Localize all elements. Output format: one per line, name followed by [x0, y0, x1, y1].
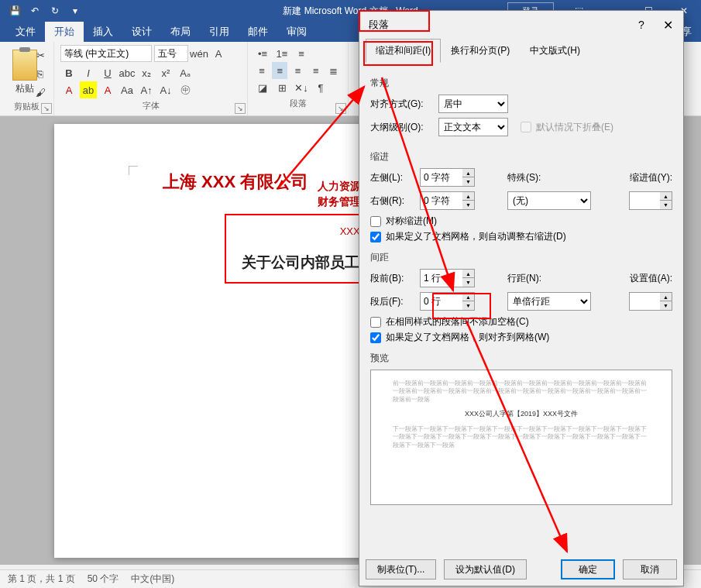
menu-home[interactable]: 开始: [45, 22, 84, 42]
label-indent-val: 缩进值(Y):: [629, 171, 672, 184]
preview-gray-before: 前一段落前一段落前一段落前一段落前一段落前一段落前一段落前一段落前一段落前一段落…: [393, 380, 650, 404]
left-indent-up[interactable]: ▲: [462, 169, 474, 177]
menu-file[interactable]: 文件: [6, 22, 45, 42]
paragraph-dialog: 段落 ? ✕ 缩进和间距(I) 换行和分页(P) 中文版式(H) 常规 对齐方式…: [359, 10, 684, 586]
set-default-button[interactable]: 设为默认值(D): [444, 559, 527, 579]
menu-references[interactable]: 引用: [200, 22, 239, 42]
align-justify-icon[interactable]: ≡: [308, 62, 324, 79]
alignment-select[interactable]: 居中: [438, 95, 508, 113]
distribute-icon[interactable]: ≣: [326, 62, 342, 79]
strikethrough-icon[interactable]: abc: [119, 64, 136, 81]
sort-icon[interactable]: ✕↓: [293, 79, 310, 96]
align-center-icon[interactable]: ≡: [272, 62, 287, 79]
tab-cn-layout[interactable]: 中文版式(H): [520, 39, 590, 63]
status-page[interactable]: 第 1 页，共 1 页: [8, 573, 75, 586]
grow-font-icon[interactable]: A↑: [138, 81, 155, 98]
qat-more-icon[interactable]: ▾: [67, 2, 84, 19]
font-effects-icon[interactable]: A: [60, 81, 77, 98]
label-after: 段后(F):: [370, 295, 414, 308]
menu-insert[interactable]: 插入: [84, 22, 122, 42]
ok-button[interactable]: 确定: [561, 559, 615, 579]
setting-down[interactable]: ▼: [660, 301, 672, 310]
line-spacing-select[interactable]: 单倍行距: [507, 292, 591, 311]
shading-icon[interactable]: ◪: [254, 79, 271, 96]
left-indent-input[interactable]: [420, 168, 462, 187]
tabs-button[interactable]: 制表位(T)...: [366, 559, 436, 579]
right-indent-input[interactable]: [420, 191, 462, 210]
underline-icon[interactable]: U: [99, 64, 116, 81]
show-marks-icon[interactable]: ¶: [312, 79, 329, 96]
no-space-label: 在相同样式的段落间不添加空格(C): [386, 315, 529, 328]
menu-review[interactable]: 审阅: [277, 22, 316, 42]
enclose-char-icon[interactable]: ㊥: [177, 81, 194, 98]
mirror-checkbox[interactable]: [370, 216, 381, 227]
bullet-list-icon[interactable]: •≡: [254, 45, 271, 62]
copy-icon[interactable]: ⎘: [32, 65, 49, 82]
italic-icon[interactable]: I: [80, 64, 97, 81]
font-size-input[interactable]: [154, 45, 188, 62]
cut-icon[interactable]: ✂: [32, 46, 49, 64]
setting-input[interactable]: [629, 292, 660, 311]
before-input[interactable]: [420, 269, 462, 287]
format-painter-icon[interactable]: 🖌: [32, 84, 49, 101]
align-left-icon[interactable]: ≡: [254, 62, 270, 79]
indent-val-up[interactable]: ▲: [660, 192, 672, 201]
number-list-icon[interactable]: 1≡: [273, 45, 290, 62]
ribbon-group-paragraph: •≡ 1≡ ≡ ≡ ≡ ≡ ≡ ≣ ◪ ⊞ ✕↓ ¶ 段落 ↘: [248, 42, 349, 115]
special-select[interactable]: (无): [507, 191, 591, 210]
font-name-input[interactable]: [60, 45, 152, 62]
save-icon[interactable]: 💾: [6, 2, 23, 19]
clipboard-expand-icon[interactable]: ↘: [41, 103, 52, 114]
highlight-icon[interactable]: ab: [80, 81, 97, 98]
undo-icon[interactable]: ↶: [26, 2, 43, 19]
char-border-icon[interactable]: A: [210, 45, 227, 62]
font-expand-icon[interactable]: ↘: [235, 103, 246, 114]
subscript-icon[interactable]: x₂: [138, 64, 155, 81]
ribbon-group-font: wén A B I U abc x₂ x² Aₐ A ab A Aa A↑ A↓…: [54, 42, 248, 115]
collapse-checkbox[interactable]: [521, 122, 531, 132]
indent-val-down[interactable]: ▼: [660, 201, 672, 209]
right-indent-up[interactable]: ▲: [462, 192, 474, 201]
before-down[interactable]: ▼: [462, 278, 474, 287]
setting-up[interactable]: ▲: [660, 293, 672, 301]
border-icon[interactable]: ⊞: [273, 79, 290, 96]
tab-line-page[interactable]: 换行和分页(P): [441, 39, 520, 63]
font-color-icon[interactable]: A: [99, 81, 116, 98]
section-preview: 预览: [370, 352, 672, 365]
before-up[interactable]: ▲: [462, 270, 474, 278]
menu-mail[interactable]: 邮件: [239, 22, 277, 42]
shrink-font-icon[interactable]: A↓: [157, 81, 174, 98]
dialog-close-icon[interactable]: ✕: [660, 17, 675, 33]
cancel-button[interactable]: 取消: [623, 559, 677, 579]
label-alignment: 对齐方式(G):: [370, 98, 432, 111]
label-special: 特殊(S):: [507, 171, 551, 184]
dialog-button-row: 制表位(T)... 设为默认值(D) 确定 取消: [366, 559, 677, 579]
char-shading-icon[interactable]: Aₐ: [177, 64, 194, 81]
indent-val-input[interactable]: [629, 191, 660, 210]
after-input[interactable]: [420, 292, 462, 311]
tab-indent-spacing[interactable]: 缩进和间距(I): [366, 39, 441, 63]
no-space-checkbox[interactable]: [370, 317, 381, 328]
grid-align-label: 如果定义了文档网格，则对齐到网格(W): [386, 331, 549, 344]
change-case-icon[interactable]: Aa: [119, 81, 136, 98]
bold-icon[interactable]: B: [60, 64, 77, 81]
superscript-icon[interactable]: x²: [157, 64, 174, 81]
after-down[interactable]: ▼: [462, 301, 474, 310]
grid-align-checkbox[interactable]: [370, 332, 381, 343]
right-indent-down[interactable]: ▼: [462, 201, 474, 209]
status-words[interactable]: 50 个字: [88, 573, 119, 586]
status-lang[interactable]: 中文(中国): [131, 573, 174, 586]
after-up[interactable]: ▲: [462, 293, 474, 301]
outline-select[interactable]: 正文文本: [438, 118, 508, 136]
menu-design[interactable]: 设计: [122, 22, 161, 42]
multilevel-list-icon[interactable]: ≡: [293, 45, 310, 62]
paragraph-expand-icon[interactable]: ↘: [335, 103, 346, 114]
redo-icon[interactable]: ↻: [46, 2, 64, 19]
left-indent-down[interactable]: ▼: [462, 177, 474, 186]
align-right-icon[interactable]: ≡: [290, 62, 305, 79]
phonetic-guide-icon[interactable]: wén: [191, 45, 208, 62]
menu-layout[interactable]: 布局: [161, 22, 200, 42]
dialog-help-icon[interactable]: ?: [634, 17, 649, 33]
label-line-spacing: 行距(N):: [507, 272, 551, 285]
grid-indent-checkbox[interactable]: [370, 232, 381, 242]
